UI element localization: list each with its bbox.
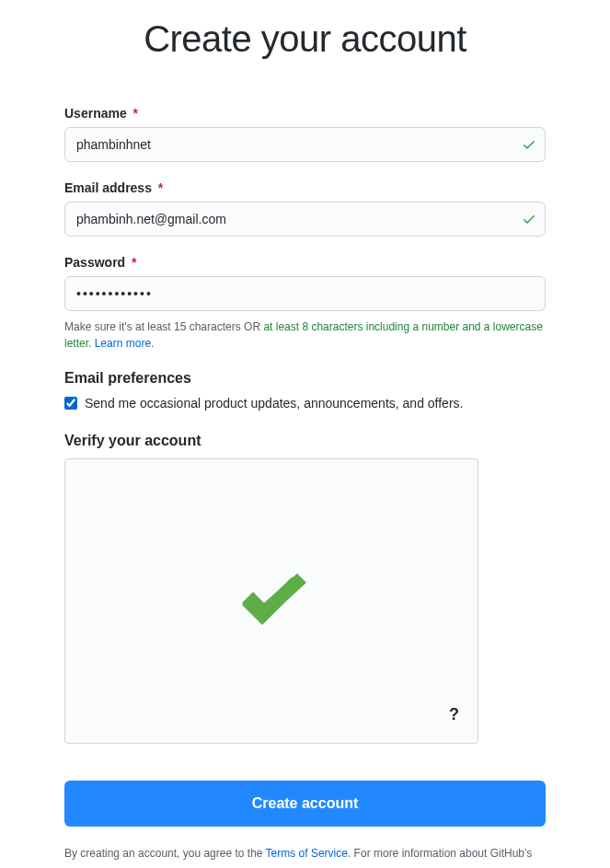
username-input[interactable] xyxy=(64,127,546,162)
email-input-wrapper xyxy=(64,202,546,237)
legal-suffix: . For more information about GitHub's xyxy=(348,847,532,860)
terms-of-service-link[interactable]: Terms of Service xyxy=(266,847,348,860)
verify-captcha-box: ? xyxy=(64,458,478,744)
email-prefs-row: Send me occasional product updates, anno… xyxy=(64,396,546,411)
username-group: Username * xyxy=(64,106,546,162)
username-label-text: Username xyxy=(64,106,127,121)
email-label: Email address * xyxy=(64,180,546,195)
checkmark-icon xyxy=(522,137,536,152)
verify-heading: Verify your account xyxy=(64,433,546,449)
password-hint: Make sure it's at least 15 characters OR… xyxy=(64,318,546,352)
password-label: Password * xyxy=(64,255,546,270)
password-hint-prefix: Make sure it's at least 15 characters OR xyxy=(64,320,263,333)
email-prefs-checkbox-label: Send me occasional product updates, anno… xyxy=(85,396,463,411)
page-title: Create your account xyxy=(64,18,546,60)
required-asterisk: * xyxy=(158,180,163,195)
password-hint-period: . xyxy=(88,337,95,350)
email-label-text: Email address xyxy=(64,180,152,195)
username-input-wrapper xyxy=(64,127,546,162)
password-hint-suffix: . xyxy=(151,337,154,350)
checkmark-icon xyxy=(235,573,308,629)
required-asterisk: * xyxy=(132,255,136,270)
create-account-button[interactable]: Create account xyxy=(64,781,546,827)
password-input[interactable] xyxy=(64,276,546,311)
email-group: Email address * xyxy=(64,180,546,237)
checkmark-icon xyxy=(522,212,536,226)
username-label: Username * xyxy=(64,106,546,121)
password-label-text: Password xyxy=(64,255,125,270)
password-input-wrapper xyxy=(64,276,546,311)
learn-more-link[interactable]: Learn more xyxy=(95,337,151,350)
legal-text: By creating an account, you agree to the… xyxy=(64,845,546,862)
help-icon[interactable]: ? xyxy=(449,705,459,724)
email-prefs-checkbox[interactable] xyxy=(64,397,77,410)
password-group: Password * Make sure it's at least 15 ch… xyxy=(64,255,546,352)
email-input[interactable] xyxy=(64,202,546,237)
email-prefs-heading: Email preferences xyxy=(64,370,546,387)
legal-prefix: By creating an account, you agree to the xyxy=(64,847,266,860)
required-asterisk: * xyxy=(133,106,138,121)
